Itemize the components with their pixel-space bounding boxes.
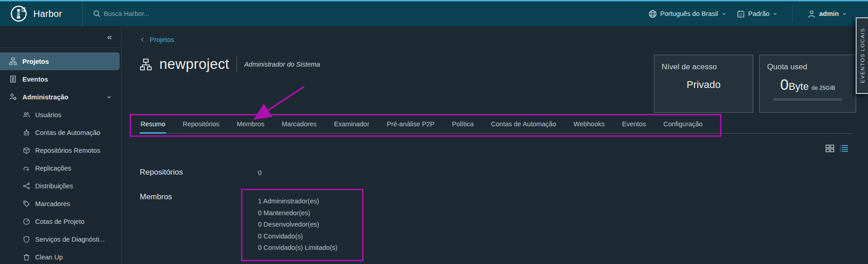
member-count-maintainer: 0 Mantenedor(es) [258, 207, 355, 219]
sidebar-item-label: Marcadores [35, 200, 70, 207]
search-icon [93, 10, 101, 18]
harbor-logo-icon [10, 5, 27, 22]
breadcrumb[interactable]: Projetos [140, 36, 174, 43]
sidebar-item-label: Administração [22, 93, 68, 101]
repositories-row: Repositórios 0 [140, 164, 363, 177]
language-selector[interactable]: Português do Brasil [648, 10, 726, 18]
sidebar-item-cotas-de-projeto[interactable]: Cotas de Projeto [0, 212, 121, 230]
annotation-box-members: 1 Admininstrador(es) 0 Mantenedor(es) 0 … [241, 189, 363, 261]
quota-meter-icon [23, 218, 30, 225]
sidebar-item-label: Repositórios Remotos [35, 147, 100, 154]
access-level-card: Nível de acesso Privado [654, 55, 753, 113]
member-count-admin: 1 Admininstrador(es) [258, 196, 355, 207]
theme-label: Padrão [748, 10, 770, 17]
tab-membros[interactable]: Membros [236, 115, 265, 133]
sidebar-item-label: Serviços de Diagnósti... [35, 236, 105, 243]
tab-repositorios[interactable]: Repositórios [182, 115, 221, 133]
header-divider [792, 5, 793, 22]
theme-icon [736, 10, 745, 18]
member-count-limited-guest: 0 Convidado(s) Limitado(s) [258, 242, 355, 254]
brand-title: Harbor [33, 9, 62, 19]
repositories-count: 0 [241, 164, 262, 176]
sidebar-item-usuarios[interactable]: Usuários [0, 106, 121, 124]
quota-card: Quota used 0Bytede 25GiB [759, 55, 856, 113]
chevron-down-icon [721, 11, 726, 16]
harbor-brand[interactable]: Harbor [0, 5, 82, 22]
trash-icon [23, 254, 30, 261]
tab-contas-de-automacao[interactable]: Contas de Automação [490, 115, 557, 133]
sidebar-item-eventos[interactable]: Eventos [0, 70, 121, 88]
title-divider [237, 57, 237, 72]
app-header: Harbor Português do Brasil [0, 1, 868, 26]
member-count-guest: 0 Convidado(s) [258, 231, 355, 243]
tab-webhooks[interactable]: Webhooks [573, 115, 605, 133]
chevron-down-icon [106, 94, 112, 100]
header-actions: Português do Brasil Padrão [648, 5, 868, 22]
sidebar-item-marcadores[interactable]: Marcadores [0, 195, 121, 212]
tab-configuracao[interactable]: Configuração [663, 115, 704, 133]
tab-marcadores[interactable]: Marcadores [281, 115, 318, 133]
tag-icon [23, 200, 30, 207]
sidebar-item-label: Distribuições [35, 182, 73, 190]
theme-selector[interactable]: Padrão [736, 10, 778, 18]
tab-resumo[interactable]: Resumo [140, 115, 166, 133]
sidebar-item-label: Usuários [35, 111, 61, 119]
repositories-label: Repositórios [140, 164, 241, 177]
user-name: admin [819, 10, 839, 17]
sidebar-item-contas-de-automacao[interactable]: Contas de Automação [0, 124, 121, 141]
users-icon [23, 111, 30, 119]
tab-eventos[interactable]: Eventos [621, 115, 647, 133]
user-menu[interactable]: admin [807, 10, 847, 18]
cube-icon [23, 147, 30, 154]
breadcrumb-label: Projetos [150, 36, 174, 43]
globe-icon [648, 10, 657, 18]
sidebar-item-label: Clean Up [35, 254, 63, 261]
sidebar-item-administracao[interactable]: Administração [0, 88, 121, 106]
sidebar-item-clean-up[interactable]: Clean Up [0, 248, 121, 264]
local-events-tab[interactable]: EVENTOS LOCAIS [856, 17, 868, 94]
members-label: Membros [140, 189, 241, 202]
page-title: newproject [159, 56, 229, 72]
card-view-icon[interactable] [825, 144, 835, 153]
tab-pre-analise-p2p[interactable]: Pré-análise P2P [386, 115, 436, 133]
members-row: Membros 1 Admininstrador(es) 0 Mantenedo… [140, 189, 363, 261]
sidebar-item-label: Contas de Automação [35, 129, 100, 136]
quota-value: 0Bytede 25GiB [767, 76, 848, 93]
sidebar-item-label: Eventos [22, 76, 48, 83]
sidebar-nav: Projetos Eventos Admin [0, 48, 121, 264]
view-toggles [825, 144, 849, 153]
sidebar-item-label: Cotas de Projeto [35, 218, 84, 225]
sidebar-item-replicacoes[interactable]: Replicações [0, 159, 121, 177]
robot-icon [23, 129, 30, 136]
project-cards: Nível de acesso Privado Quota used 0Byte… [654, 55, 856, 113]
admin-gear-user-icon [9, 93, 17, 101]
project-icon [140, 58, 152, 71]
main-content: Projetos newproject Administrador do Sis… [121, 26, 868, 264]
sidebar-item-label: Replicações [35, 165, 71, 172]
collapse-icon: « [107, 32, 112, 42]
search-input[interactable] [104, 10, 295, 17]
local-events-label: EVENTOS LOCAIS [860, 28, 865, 83]
access-level-value: Privado [662, 79, 746, 91]
access-level-title: Nível de acesso [662, 62, 746, 72]
share-icon [23, 182, 30, 190]
tab-examinador[interactable]: Examinador [333, 115, 370, 133]
chevron-down-icon [842, 11, 847, 16]
language-label: Português do Brasil [660, 10, 718, 17]
logs-icon [9, 75, 17, 83]
project-tabbar: Resumo Repositórios Membros Marcadores E… [140, 115, 852, 134]
sidebar-collapse-button[interactable]: « [0, 26, 121, 48]
tab-politica[interactable]: Política [451, 115, 475, 133]
sidebar-item-distribuicoes[interactable]: Distribuições [0, 177, 121, 195]
projects-icon [9, 57, 17, 65]
sidebar-item-servicos-de-diagnostico[interactable]: Serviços de Diagnósti... [0, 230, 121, 248]
sidebar-item-repositorios-remotos[interactable]: Repositórios Remotos [0, 141, 121, 159]
chevron-left-icon [140, 37, 145, 42]
quota-title: Quota used [767, 62, 848, 72]
sidebar-item-label: Projetos [22, 58, 49, 65]
project-role-label: Administrador do Sistema [244, 61, 320, 68]
sidebar-item-projetos[interactable]: Projetos [0, 52, 120, 70]
project-summary: Repositórios 0 Membros 1 Admininstrador(… [140, 164, 363, 261]
shield-icon [23, 236, 30, 243]
list-view-icon[interactable] [839, 144, 849, 153]
